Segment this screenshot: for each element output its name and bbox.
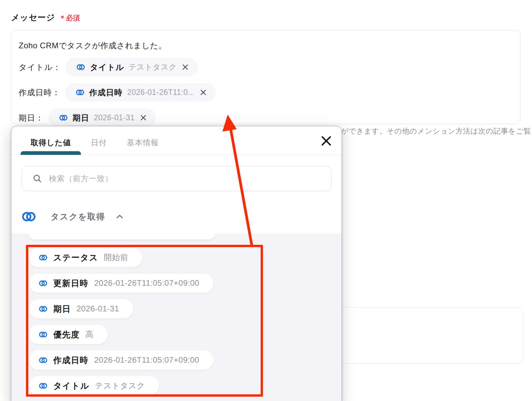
row-label: 期日： [19, 113, 44, 123]
remove-token-icon[interactable] [199, 89, 207, 96]
variable-picker-popup: 取得した値 日付 基本情報 タスクを取得 ステータス 開始前 [11, 126, 342, 401]
token-value: 2026-01-26T11:0... [127, 88, 195, 97]
remove-token-icon[interactable] [139, 114, 147, 122]
required-badge: ＊必須 [59, 13, 80, 23]
variable-pill-updated[interactable]: 更新日時 2026-01-26T11:05:07+09:00 [29, 273, 213, 293]
tab-date[interactable]: 日付 [81, 134, 117, 155]
variable-list-region: ステータス 開始前 更新日時 2026-01-26T11:05:07+09:00… [11, 233, 342, 401]
zoho-link-icon [76, 63, 85, 72]
popup-tabs: 取得した値 日付 基本情報 [11, 126, 342, 155]
search-box[interactable] [21, 166, 332, 191]
tab-basic-info[interactable]: 基本情報 [117, 134, 169, 155]
variable-pill-created[interactable]: 作成日時 2026-01-26T11:05:07+09:00 [29, 350, 213, 370]
variable-pill-priority[interactable]: 優先度 高 [29, 325, 108, 344]
background-input-field[interactable] [333, 307, 523, 364]
scrolled-variable-pill[interactable] [29, 233, 215, 239]
token-name: タイトル [90, 62, 124, 73]
pill-value: 高 [86, 329, 94, 340]
close-icon[interactable] [320, 135, 332, 147]
zoho-link-icon [59, 113, 68, 122]
variable-pill-title[interactable]: タイトル テストタスク [29, 376, 159, 395]
zoho-link-icon [76, 88, 85, 97]
variable-pill-due[interactable]: 期日 2026-01-31 [29, 299, 133, 318]
field-header: メッセージ ＊必須 [11, 12, 80, 23]
message-text-line: Zoho CRMでタスクが作成されました。 [19, 40, 512, 51]
zoho-link-icon [39, 356, 48, 365]
variable-list: ステータス 開始前 更新日時 2026-01-26T11:05:07+09:00… [29, 248, 342, 395]
message-row-created: 作成日時： 作成日時 2026-01-26T11:0... [19, 83, 512, 102]
pill-value: 2026-01-31 [77, 304, 119, 313]
page: メッセージ ＊必須 Zoho CRMでタスクが作成されました。 タイトル： タイ… [0, 0, 532, 401]
token-name: 作成日時 [89, 87, 123, 98]
helper-text: ができます。その他のメンション方法は次の記事をご覧く [341, 126, 532, 136]
pill-value: 開始前 [104, 252, 129, 263]
variable-token-created[interactable]: 作成日時 2026-01-26T11:0... [65, 83, 216, 102]
row-label: タイトル： [19, 62, 61, 73]
message-textarea[interactable]: Zoho CRMでタスクが作成されました。 タイトル： タイトル テストタスク … [11, 30, 520, 124]
pill-value: テストタスク [95, 380, 145, 391]
pill-name: 更新日時 [53, 278, 89, 289]
token-name: 期日 [73, 113, 89, 123]
variable-token-title[interactable]: タイトル テストタスク [66, 58, 197, 76]
remove-token-icon[interactable] [181, 63, 189, 71]
pill-value: 2026-01-26T11:05:07+09:00 [94, 355, 199, 365]
zoho-link-icon [39, 253, 48, 262]
row-label: 作成日時： [19, 87, 60, 98]
tab-retrieved-values[interactable]: 取得した値 [21, 134, 81, 155]
pill-name: タイトル [53, 380, 89, 391]
field-label: メッセージ [11, 12, 55, 23]
token-value: 2026-01-31 [94, 113, 135, 122]
section-title: タスクを取得 [51, 211, 105, 222]
zoho-link-icon [39, 330, 48, 339]
token-value: テストタスク [129, 62, 177, 72]
search-input[interactable] [49, 166, 331, 191]
pill-name: 優先度 [53, 329, 80, 340]
zoho-link-icon [39, 381, 48, 390]
variable-pill-status[interactable]: ステータス 開始前 [29, 248, 142, 267]
search-icon [32, 174, 42, 184]
pill-name: 期日 [53, 303, 71, 314]
pill-name: 作成日時 [53, 355, 89, 366]
pill-name: ステータス [53, 252, 98, 263]
zoho-link-icon [39, 304, 48, 313]
variable-token-due[interactable]: 期日 2026-01-31 [48, 109, 156, 127]
zoho-app-icon [21, 209, 36, 224]
message-row-due: 期日： 期日 2026-01-31 [19, 109, 512, 127]
pill-value: 2026-01-26T11:05:07+09:00 [94, 278, 199, 288]
zoho-link-icon [39, 279, 48, 288]
section-task-fetch[interactable]: タスクを取得 [21, 209, 342, 224]
chevron-up-icon[interactable] [115, 212, 124, 221]
message-row-title: タイトル： タイトル テストタスク [19, 58, 512, 76]
